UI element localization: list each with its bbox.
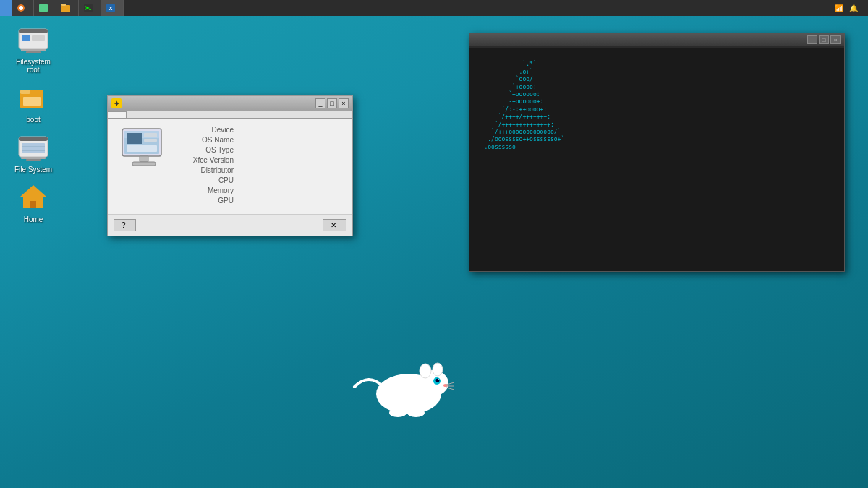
svg-text:✦: ✦ [114, 100, 120, 108]
boot-icon [16, 80, 51, 114]
computer-icon [118, 126, 170, 178]
thunar-icon [61, 3, 71, 13]
file-system-label: File System [14, 166, 52, 174]
desktop-icon-filesystem-root[interactable]: Filesystemroot [7, 22, 59, 74]
svg-rect-48 [144, 133, 157, 137]
svg-text:X: X [109, 6, 113, 11]
terminal-ascii-art: `.*` .o+` `ooo/ `+oooo: `+oooooo: -+oooo… [469, 51, 650, 271]
tab-ksnip[interactable] [34, 0, 56, 16]
taskbar-right: 📶 🔔 [830, 4, 868, 12]
firefox-icon [16, 3, 26, 13]
terminal-titlebar: _ □ × [469, 34, 844, 46]
tab-thunar[interactable] [56, 0, 79, 16]
tab-appimage[interactable] [12, 0, 34, 16]
svg-rect-16 [20, 90, 30, 94]
signal-icon: 📶 [835, 4, 843, 12]
svg-rect-13 [22, 35, 30, 41]
svg-point-32 [436, 379, 440, 382]
desktop-icon-file-system[interactable]: File System [7, 129, 59, 174]
tab-about-xfce[interactable]: X [101, 0, 124, 16]
desktop-icon-boot[interactable]: boot [7, 80, 59, 124]
help-icon: ? [122, 221, 126, 229]
desktop-icons: Filesystemroot boot [7, 22, 59, 223]
terminal-maximize-button[interactable]: □ [819, 35, 829, 44]
about-xfce-dialog: ✦ _ □ × [107, 95, 353, 236]
boot-label: boot [26, 116, 40, 124]
svg-point-30 [433, 363, 443, 376]
svg-rect-21 [26, 159, 41, 161]
applications-menu-button[interactable] [0, 0, 12, 16]
svg-rect-17 [23, 97, 41, 106]
filesystem-root-label: Filesystemroot [16, 58, 51, 74]
terminal-minimize-button[interactable]: _ [807, 35, 817, 44]
tab-terminal[interactable] [79, 0, 101, 16]
info-distributor: Distributor [180, 166, 345, 174]
dialog-footer: ? ✕ [108, 214, 352, 236]
close-dialog-button[interactable]: ✕ [323, 219, 346, 231]
taskbar-tabs: X [12, 0, 830, 16]
close-icon: ✕ [331, 221, 336, 229]
svg-rect-49 [144, 139, 157, 142]
terminal-body[interactable]: `.*` .o+` `ooo/ `+oooo: `+oooooo: -+oooo… [469, 51, 844, 271]
info-gpu: GPU [180, 197, 345, 205]
svg-rect-26 [30, 201, 36, 208]
dialog-body: Device OS Name OS Type Xfce Version Dist… [108, 119, 352, 214]
svg-point-33 [438, 379, 439, 380]
tab-credits[interactable] [145, 111, 164, 118]
info-xfce-version: Xfce Version [180, 156, 345, 164]
desktop-icon-home[interactable]: Home [7, 179, 59, 223]
dialog-titlebar: ✦ _ □ × [108, 96, 352, 111]
svg-rect-12 [26, 51, 41, 53]
svg-rect-11 [21, 49, 46, 51]
dialog-controls: _ □ × [315, 98, 349, 108]
svg-rect-19 [19, 137, 48, 141]
svg-rect-10 [19, 29, 48, 33]
svg-rect-45 [140, 156, 148, 162]
terminal-icon [83, 3, 93, 13]
svg-rect-22 [22, 143, 45, 153]
maximize-button[interactable]: □ [327, 98, 337, 108]
close-button[interactable]: × [339, 98, 349, 108]
svg-rect-3 [61, 5, 70, 12]
terminal-controls: _ □ × [807, 35, 841, 44]
taskbar-top: X 📶 🔔 [0, 0, 868, 16]
xfce-icon: X [106, 3, 116, 13]
svg-point-39 [407, 408, 425, 417]
info-os-name: OS Name [180, 136, 345, 144]
svg-point-38 [389, 408, 407, 417]
notification-icon: 🔔 [849, 4, 858, 12]
xfce-title-icon: ✦ [111, 98, 122, 108]
tab-about[interactable] [127, 111, 145, 118]
xfce-mascot [347, 351, 456, 423]
svg-rect-2 [39, 4, 48, 12]
filesystem-root-icon [16, 22, 51, 56]
dialog-tabs [108, 111, 352, 119]
svg-rect-14 [32, 35, 45, 41]
tab-copyright[interactable] [164, 111, 183, 118]
info-cpu: CPU [180, 176, 345, 184]
minimize-button[interactable]: _ [315, 98, 326, 108]
dialog-info-area: Device OS Name OS Type Xfce Version Dist… [180, 126, 345, 207]
terminal-window: _ □ × `.*` .o+` `ooo/ `+oooo: `+oooooo: [469, 33, 845, 272]
terminal-close-button[interactable]: × [830, 35, 841, 44]
svg-point-29 [420, 364, 431, 378]
info-os-type: OS Type [180, 146, 345, 154]
home-icon [16, 179, 51, 214]
svg-rect-20 [21, 157, 46, 159]
svg-rect-50 [127, 145, 157, 152]
info-memory: Memory [180, 187, 345, 194]
svg-rect-4 [61, 4, 66, 6]
dialog-icon-area [115, 126, 173, 207]
svg-rect-46 [132, 162, 156, 166]
svg-rect-47 [127, 133, 142, 144]
file-system-icon [16, 129, 51, 164]
home-label: Home [24, 215, 43, 223]
svg-line-37 [446, 388, 454, 390]
desktop: X 📶 🔔 [0, 0, 868, 488]
svg-point-1 [19, 6, 23, 10]
info-device: Device [180, 126, 345, 134]
help-button[interactable]: ? [114, 219, 136, 231]
ksnip-icon [38, 3, 48, 13]
tab-system[interactable] [108, 111, 127, 118]
